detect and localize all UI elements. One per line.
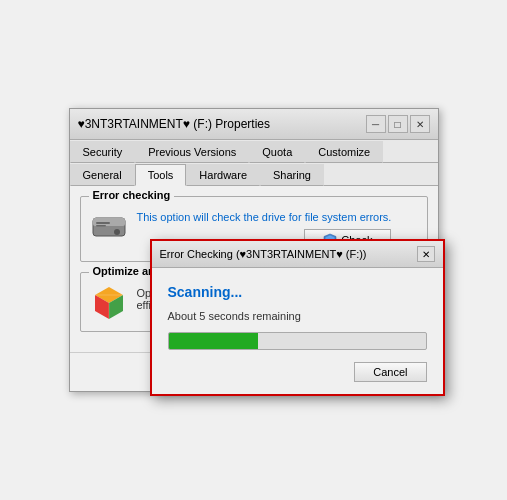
remaining-text: About 5 seconds remaining <box>168 310 427 322</box>
tab-tools[interactable]: Tools <box>135 164 187 186</box>
dialog-title: Error Checking (♥3NT3RTAINMENT♥ (F:)) <box>160 248 367 260</box>
error-checking-dialog: Error Checking (♥3NT3RTAINMENT♥ (F:)) ✕ … <box>150 239 445 396</box>
progress-bar-fill <box>169 333 259 349</box>
dialog-cancel-button[interactable]: Cancel <box>354 362 426 382</box>
dialog-content: Scanning... About 5 seconds remaining Ca… <box>152 268 443 394</box>
dialog-title-bar: Error Checking (♥3NT3RTAINMENT♥ (F:)) ✕ <box>152 241 443 268</box>
dialog-close-button[interactable]: ✕ <box>417 246 435 262</box>
scanning-text: Scanning... <box>168 284 427 300</box>
progress-bar <box>168 332 427 350</box>
dialog-buttons: Cancel <box>168 362 427 382</box>
dialog-overlay: Error Checking (♥3NT3RTAINMENT♥ (F:)) ✕ … <box>70 109 438 391</box>
main-window: ♥3NT3RTAINMENT♥ (F:) Properties ─ □ ✕ Se… <box>69 108 439 392</box>
